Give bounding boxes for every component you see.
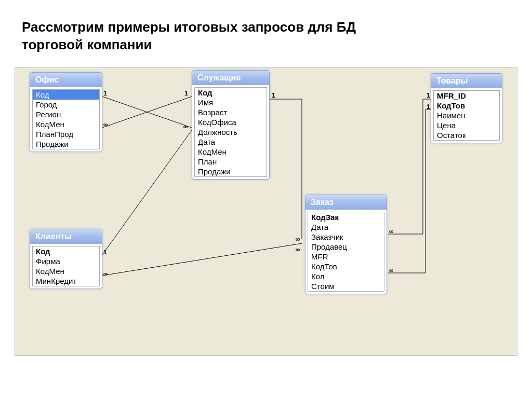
field-clients-kod[interactable]: Код: [33, 246, 99, 256]
entity-clients[interactable]: Клиенты Код Фирма КодМен МинКредит: [30, 229, 102, 289]
rel-label-one: 1: [427, 103, 430, 111]
rel-label-many: ∞: [389, 267, 394, 274]
svg-line-4: [102, 130, 192, 255]
field-office-prodazhi[interactable]: Продажи: [33, 139, 99, 149]
field-products-kodtov[interactable]: КодТов: [434, 101, 499, 111]
field-office-kodmen[interactable]: КодМен: [33, 119, 99, 129]
field-employees-dolzhnost[interactable]: Должность: [195, 127, 267, 137]
field-clients-minkredit[interactable]: МинКредит: [33, 276, 99, 286]
field-employees-plan[interactable]: План: [195, 157, 267, 167]
entity-order-header: Заказ: [305, 195, 387, 210]
entity-order-body: КодЗак Дата Заказчик Продавец MFR КодТов…: [308, 212, 384, 292]
field-order-stoim[interactable]: Стоим: [308, 281, 384, 291]
svg-line-0: [102, 97, 192, 128]
rel-label-many: ∞: [103, 121, 108, 128]
rel-label-one: 1: [103, 90, 107, 97]
svg-line-5: [102, 243, 302, 276]
field-employees-kod[interactable]: Код: [195, 88, 267, 98]
entity-products-body: MFR_ID КодТов Наимен Цена Остаток: [433, 90, 500, 141]
entity-employees-body: Код Имя Возраст КодОфиса Должность Дата …: [194, 87, 267, 177]
field-office-gorod[interactable]: Город: [33, 100, 99, 109]
rel-label-one: 1: [272, 92, 275, 99]
entity-employees-header: Служащие: [192, 71, 269, 85]
rel-label-many: ∞: [103, 270, 108, 278]
field-products-ostatok[interactable]: Остаток: [434, 130, 499, 140]
rel-label-many: ∞: [296, 236, 300, 243]
entity-order[interactable]: Заказ КодЗак Дата Заказчик Продавец MFR …: [305, 195, 387, 294]
svg-line-1: [102, 97, 192, 128]
field-office-kod[interactable]: Код: [33, 90, 99, 100]
field-clients-kodmen[interactable]: КодМен: [33, 266, 99, 276]
entity-products[interactable]: Товары MFR_ID КодТов Наимен Цена Остаток: [431, 73, 502, 143]
title-line-2: торговой компании: [22, 37, 152, 52]
rel-label-one: 1: [427, 92, 430, 99]
er-diagram-canvas: 1 ∞ 1 ∞ 1 ∞ ∞ 1 ∞ ∞ ∞ 1 1 Офис Код Город…: [15, 67, 517, 356]
field-clients-firma[interactable]: Фирма: [33, 256, 99, 266]
field-products-mfrid[interactable]: MFR_ID: [434, 91, 499, 101]
rel-label-many: ∞: [183, 123, 188, 130]
field-order-kodtov[interactable]: КодТов: [308, 262, 384, 271]
title-line-1: Рассмотрим примеры итоговых запросов для…: [22, 19, 356, 35]
field-order-mfr[interactable]: MFR: [308, 252, 384, 262]
field-employees-prodazhi[interactable]: Продажи: [195, 167, 267, 176]
entity-clients-header: Клиенты: [30, 229, 102, 244]
field-order-prodavets[interactable]: Продавец: [308, 242, 384, 252]
page-title: Рассмотрим примеры итоговых запросов для…: [0, 0, 532, 54]
field-employees-kodofisa[interactable]: КодОфиса: [195, 117, 267, 127]
entity-office-body: Код Город Регион КодМен ПланПрод Продажи: [32, 89, 100, 149]
field-office-region[interactable]: Регион: [33, 109, 99, 119]
rel-label-one: 1: [103, 249, 107, 256]
field-employees-vozrast[interactable]: Возраст: [195, 107, 267, 117]
field-order-zakazchik[interactable]: Заказчик: [308, 232, 384, 242]
field-order-kodzak[interactable]: КодЗак: [308, 212, 384, 222]
entity-clients-body: Код Фирма КодМен МинКредит: [32, 246, 100, 286]
field-order-data[interactable]: Дата: [308, 222, 384, 232]
entity-products-header: Товары: [431, 74, 502, 88]
entity-office-header: Офис: [30, 73, 102, 87]
field-products-naimen[interactable]: Наимен: [434, 111, 499, 120]
rel-label-many: ∞: [389, 228, 394, 235]
field-office-planprod[interactable]: ПланПрод: [33, 129, 99, 139]
rel-label-many: ∞: [296, 246, 300, 253]
entity-office[interactable]: Офис Код Город Регион КодМен ПланПрод Пр…: [30, 72, 102, 152]
field-order-kol[interactable]: Кол: [308, 271, 384, 281]
field-employees-kodmen[interactable]: КодМен: [195, 147, 267, 157]
field-products-tsena[interactable]: Цена: [434, 120, 499, 130]
field-employees-data[interactable]: Дата: [195, 137, 267, 147]
entity-employees[interactable]: Служащие Код Имя Возраст КодОфиса Должно…: [192, 70, 270, 180]
rel-label-one: 1: [184, 90, 188, 97]
field-employees-imya[interactable]: Имя: [195, 98, 267, 107]
